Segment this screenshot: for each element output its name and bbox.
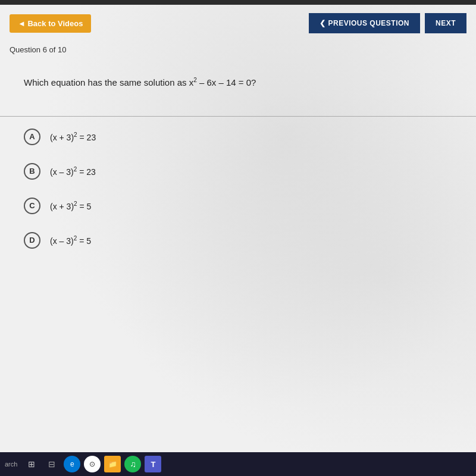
option-c-circle: C [24,198,40,214]
taskbar-edge-icon[interactable]: e [64,456,80,472]
question-area: Which equation has the same solution as … [0,64,476,116]
header-row: ◄ Back to Videos ❮ PREVIOUS QUESTION NEX… [0,5,476,42]
taskbar-windows-icon[interactable]: ⊞ [23,456,40,472]
option-d-text: (x – 3)2 = 5 [50,235,91,246]
option-a[interactable]: A (x + 3)2 = 23 [24,129,452,145]
option-a-text: (x + 3)2 = 23 [50,131,96,142]
option-d[interactable]: D (x – 3)2 = 5 [24,232,452,249]
option-b-text: (x – 3)2 = 23 [50,166,96,177]
option-b[interactable]: B (x – 3)2 = 23 [24,163,452,180]
option-d-circle: D [24,232,40,249]
options-area: A (x + 3)2 = 23 B (x – 3)2 = 23 C (x + 3… [0,117,476,278]
taskbar-search-label: arch [5,461,17,468]
question-counter: Question 6 of 10 [0,42,476,64]
taskbar-widget-icon[interactable]: ⊟ [43,456,60,472]
option-c[interactable]: C (x + 3)2 = 5 [24,198,452,214]
taskbar: arch ⊞ ⊟ e ⊙ 📁 ♫ T [0,452,476,476]
taskbar-spotify-icon[interactable]: ♫ [124,456,141,472]
option-a-circle: A [24,129,40,145]
back-to-videos-button[interactable]: ◄ Back to Videos [10,14,91,33]
option-c-text: (x + 3)2 = 5 [50,201,91,211]
nav-buttons: ❮ PREVIOUS QUESTION NEXT [309,13,466,33]
main-content: ◄ Back to Videos ❮ PREVIOUS QUESTION NEX… [0,5,476,452]
previous-question-button[interactable]: ❮ PREVIOUS QUESTION [309,13,420,33]
question-text: Which equation has the same solution as … [24,76,452,90]
taskbar-chrome-icon[interactable]: ⊙ [84,456,101,472]
taskbar-explorer-icon[interactable]: 📁 [104,456,121,472]
top-bar [0,0,476,5]
option-b-circle: B [24,163,40,180]
taskbar-teams-icon[interactable]: T [145,456,161,472]
next-question-button[interactable]: NEXT [425,13,466,33]
